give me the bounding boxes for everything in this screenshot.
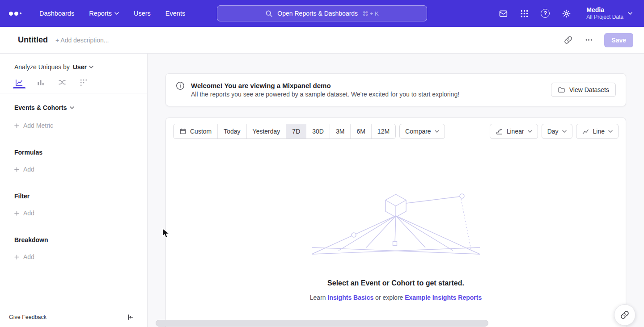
chart-toolbar: Custom Today Yesterday 7D 30D 3M 6M 12M … <box>166 118 626 145</box>
project-switcher[interactable]: Media All Project Data <box>586 6 632 21</box>
project-name: Media <box>586 6 623 14</box>
add-breakdown-button[interactable]: Add <box>14 253 147 260</box>
search-icon <box>265 10 273 17</box>
report-main-area: Welcome! You are viewing a Mixpanel demo… <box>148 54 644 327</box>
compare-dropdown[interactable]: Compare <box>399 124 445 139</box>
range-yesterday-button[interactable]: Yesterday <box>246 124 286 138</box>
insights-basics-link[interactable]: Insights Basics <box>328 294 374 301</box>
range-12m-button[interactable]: 12M <box>371 124 395 138</box>
tab-flows[interactable] <box>57 78 67 88</box>
give-feedback-link[interactable]: Give Feedback <box>9 314 47 320</box>
banner-title: Welcome! You are viewing a Mixpanel demo <box>191 82 459 89</box>
info-icon <box>176 81 185 90</box>
tab-funnels[interactable] <box>36 78 46 88</box>
mail-icon <box>499 9 508 18</box>
global-search[interactable]: Open Reports & Dashboards ⌘ + K <box>217 5 427 21</box>
save-button[interactable]: Save <box>604 33 633 47</box>
chart-type-dropdown[interactable]: Line <box>576 124 619 139</box>
range-custom-button[interactable]: Custom <box>174 124 217 138</box>
metric-type-tabs <box>0 78 147 93</box>
nav-users-label: Users <box>134 10 151 17</box>
insights-chart-card: Custom Today Yesterday 7D 30D 3M 6M 12M … <box>165 117 626 327</box>
filter-section: Filter <box>14 193 147 200</box>
more-options-button[interactable] <box>583 34 594 46</box>
flows-icon <box>58 78 67 87</box>
plus-icon <box>14 211 19 216</box>
view-datasets-button[interactable]: View Datasets <box>551 83 616 97</box>
scale-dropdown[interactable]: Linear <box>490 124 538 139</box>
example-reports-link[interactable]: Example Insights Reports <box>405 294 482 301</box>
plus-icon <box>14 255 19 260</box>
nav-events-label: Events <box>165 10 185 17</box>
sidebar-footer: Give Feedback <box>0 307 147 327</box>
report-header: Untitled + Add description... Save <box>0 27 644 54</box>
chevron-down-icon <box>528 130 532 133</box>
nav-dashboards-label: Dashboards <box>39 10 74 17</box>
line-chart-icon <box>582 128 589 135</box>
ellipsis-icon <box>585 36 593 44</box>
banner-text: Welcome! You are viewing a Mixpanel demo… <box>191 82 459 98</box>
middle-text: or explore <box>375 294 403 301</box>
chevron-down-icon <box>608 130 613 133</box>
analyze-label: Analyze Uniques by <box>14 63 70 71</box>
interval-dropdown[interactable]: Day <box>542 124 572 139</box>
learn-prefix: Learn <box>310 294 326 301</box>
nav-reports-label: Reports <box>89 10 112 17</box>
help-button[interactable]: ? <box>540 8 551 19</box>
nav-reports[interactable]: Reports <box>89 10 119 17</box>
chart-display-controls: Linear Day Line <box>490 124 619 139</box>
link-icon <box>620 310 629 319</box>
add-metric-button[interactable]: Add Metric <box>14 122 147 129</box>
nav-users[interactable]: Users <box>134 10 151 17</box>
collapse-left-icon <box>127 314 134 321</box>
share-link-fab[interactable] <box>614 304 636 326</box>
folder-icon <box>558 86 565 94</box>
range-30d-button[interactable]: 30D <box>306 124 330 138</box>
range-today-button[interactable]: Today <box>217 124 246 138</box>
add-filter-button[interactable]: Add <box>14 210 147 217</box>
report-title[interactable]: Untitled <box>18 35 48 45</box>
empty-state-title: Select an Event or Cohort to get started… <box>166 279 626 287</box>
events-cohorts-section[interactable]: Events & Cohorts <box>14 104 147 111</box>
demo-welcome-banner: Welcome! You are viewing a Mixpanel demo… <box>165 73 626 106</box>
topbar-actions: ? Media All Project Data <box>498 6 632 21</box>
chevron-down-icon <box>562 130 567 133</box>
primary-nav: Dashboards Reports Users Events <box>39 10 185 17</box>
apps-grid-button[interactable] <box>519 8 530 19</box>
horizontal-scrollbar[interactable] <box>156 320 488 327</box>
line-chart-icon <box>15 78 24 87</box>
range-7d-button[interactable]: 7D <box>286 124 306 138</box>
range-3m-button[interactable]: 3M <box>330 124 350 138</box>
calendar-icon <box>179 128 186 135</box>
report-actions: Save <box>562 33 633 47</box>
bar-chart-icon <box>36 78 45 87</box>
analyze-by-dropdown[interactable]: User <box>73 63 93 71</box>
content-area: Analyze Uniques by User <box>0 54 644 327</box>
mixpanel-insights-app: Dashboards Reports Users Events Open Rep… <box>0 0 644 327</box>
add-formula-button[interactable]: Add <box>14 166 147 173</box>
retention-grid-icon <box>79 78 88 87</box>
linear-scale-icon <box>496 128 503 135</box>
grid-icon <box>520 9 529 18</box>
chevron-down-icon <box>628 12 632 15</box>
empty-state-illustration <box>311 189 481 257</box>
report-description-placeholder[interactable]: + Add description... <box>55 37 109 44</box>
formulas-section: Formulas <box>14 149 147 156</box>
mixpanel-logo[interactable] <box>9 12 22 16</box>
settings-button[interactable] <box>561 8 572 19</box>
nav-events[interactable]: Events <box>165 10 185 17</box>
empty-state: Select an Event or Cohort to get started… <box>166 145 626 301</box>
top-navigation-bar: Dashboards Reports Users Events Open Rep… <box>0 0 644 27</box>
date-range-segmented-control: Custom Today Yesterday 7D 30D 3M 6M 12M <box>173 124 396 139</box>
chevron-down-icon <box>114 12 119 15</box>
tab-insights[interactable] <box>14 78 24 88</box>
copy-link-button[interactable] <box>562 34 574 46</box>
collapse-sidebar-button[interactable] <box>126 312 136 322</box>
range-6m-button[interactable]: 6M <box>350 124 371 138</box>
tab-retention[interactable] <box>79 78 89 88</box>
analyze-uniques-row: Analyze Uniques by User <box>14 63 147 71</box>
banner-subtitle: All the reports you see are powered by a… <box>191 91 459 98</box>
nav-dashboards[interactable]: Dashboards <box>39 10 74 17</box>
empty-state-subtitle: Learn Insights Basics or explore Example… <box>166 294 626 301</box>
inbox-button[interactable] <box>498 8 508 19</box>
